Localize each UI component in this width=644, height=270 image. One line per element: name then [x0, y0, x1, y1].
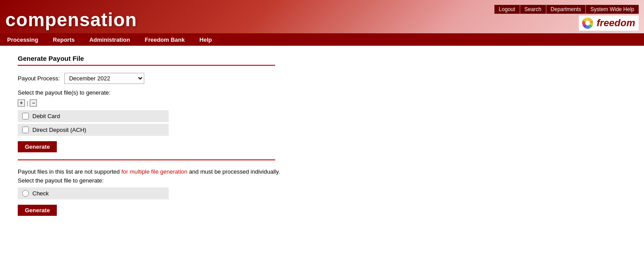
check-radio[interactable]	[22, 190, 29, 197]
info-text: Payout files in this list are not suppor…	[18, 167, 355, 185]
expand-controls: + | −	[18, 99, 626, 107]
section-title: Generate Payout File	[18, 55, 626, 62]
info-text-part1: Payout files in this list are not suppor…	[18, 168, 121, 175]
freedom-logo-icon	[581, 17, 594, 29]
freedom-text: freedom	[597, 17, 635, 29]
check-label: Check	[32, 190, 49, 197]
top-divider	[18, 65, 275, 66]
top-links: Logout Search Departments System Wide He…	[494, 5, 639, 14]
info-text-highlight: for multiple file generation	[121, 168, 187, 175]
nav-freedom-bank[interactable]: Freedom Bank	[138, 33, 192, 46]
nav-administration[interactable]: Administration	[82, 33, 138, 46]
system-wide-help-link[interactable]: System Wide Help	[586, 5, 639, 14]
payout-process-label: Payout Process:	[18, 75, 60, 82]
direct-deposit-checkbox[interactable]	[22, 127, 29, 133]
select-files-label: Select the payout file(s) to generate:	[18, 89, 626, 96]
logout-link[interactable]: Logout	[494, 5, 520, 14]
info-text-part2: and must be processed individually.	[187, 168, 280, 175]
app-logo: compensation	[5, 9, 137, 31]
check-item[interactable]: Check	[18, 187, 169, 199]
header: compensation Logout Search Departments S…	[0, 0, 644, 33]
nav-bar: Processing Reports Administration Freedo…	[0, 33, 644, 46]
collapse-all-btn[interactable]: −	[30, 99, 37, 107]
info-text-line2: Select the payout file to generate:	[18, 177, 104, 184]
debit-card-checkbox[interactable]	[22, 113, 29, 119]
generate-button-2[interactable]: Generate	[18, 205, 57, 216]
svg-point-1	[585, 21, 590, 26]
nav-help[interactable]: Help	[192, 33, 219, 46]
debit-card-label: Debit Card	[32, 113, 60, 119]
nav-reports[interactable]: Reports	[46, 33, 82, 46]
main-content: Generate Payout File Payout Process: Dec…	[0, 46, 644, 225]
header-right: Logout Search Departments System Wide He…	[494, 5, 639, 31]
nav-processing[interactable]: Processing	[0, 33, 46, 46]
expand-all-btn[interactable]: +	[18, 99, 25, 107]
departments-link[interactable]: Departments	[546, 5, 586, 14]
payout-process-row: Payout Process: December 2022 November 2…	[18, 73, 626, 84]
expand-separator: |	[27, 100, 28, 107]
middle-divider	[18, 159, 275, 160]
direct-deposit-label: Direct Deposit (ACH)	[32, 127, 86, 133]
payout-process-select[interactable]: December 2022 November 2022 October 2022	[64, 73, 144, 84]
debit-card-item[interactable]: Debit Card	[18, 110, 169, 122]
generate-button-1[interactable]: Generate	[18, 141, 57, 152]
direct-deposit-item[interactable]: Direct Deposit (ACH)	[18, 124, 169, 136]
freedom-brand: freedom	[579, 16, 639, 31]
search-link[interactable]: Search	[520, 5, 546, 14]
